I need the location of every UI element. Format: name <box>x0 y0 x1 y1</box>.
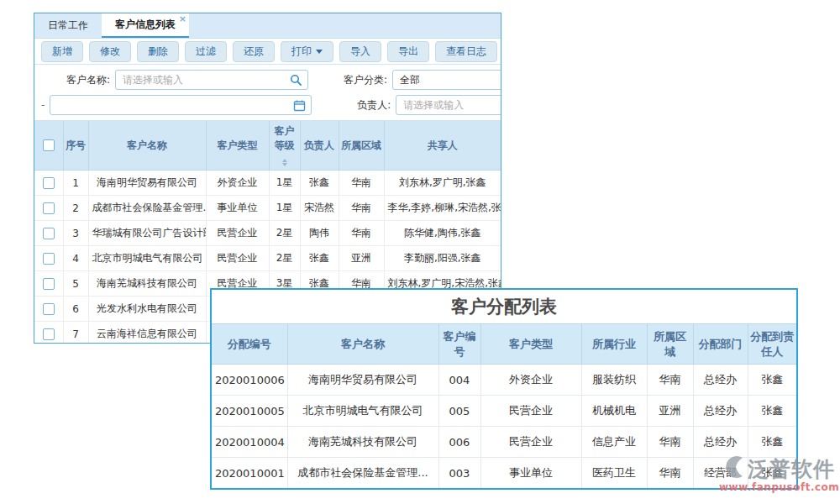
row-checkbox-cell <box>34 171 63 196</box>
name-cell[interactable]: 成都市社会保险基金管理... <box>88 196 206 221</box>
no-cell: 7 <box>63 322 88 344</box>
owner-cell[interactable]: 张鑫 <box>300 246 339 271</box>
no-cell: 1 <box>63 171 88 196</box>
allocation-table-header-row: 分配编号 客户名称 客户编号 客户类型 所属行业 所属区域 分配部门 分配到责任… <box>212 324 796 365</box>
name-cell[interactable]: 海南明华贸易有限公司 <box>88 171 206 196</box>
select-all-checkbox[interactable] <box>43 139 55 151</box>
row-checkbox[interactable] <box>43 303 55 315</box>
print-button-label: 打印 <box>291 45 312 59</box>
col-owner: 负责人 <box>300 121 339 171</box>
alloc_no-cell[interactable]: 2020010005 <box>212 396 287 427</box>
col-alloc-no: 分配编号 <box>212 324 287 365</box>
region-cell: 亚洲 <box>647 396 693 427</box>
tab-daily-work[interactable]: 日常工作 <box>34 13 102 38</box>
row-checkbox[interactable] <box>43 328 55 340</box>
close-icon[interactable]: × <box>179 15 186 24</box>
import-button[interactable]: 导入 <box>339 41 381 62</box>
name-cell[interactable]: 北京市明城电气有限公司 <box>287 396 438 427</box>
row-checkbox[interactable] <box>43 177 55 189</box>
delete-button[interactable]: 删除 <box>137 41 179 62</box>
allocation-table-row[interactable]: 2020010005 北京市明城电气有限公司 005 民营企业 机械机电 亚洲 … <box>212 396 796 427</box>
col-customer-name: 客户名称 <box>287 324 438 365</box>
row-checkbox-cell <box>34 322 63 344</box>
region-cell: 华南 <box>647 427 693 458</box>
customer-table-row[interactable]: 2 成都市社会保险基金管理... 事业单位 1星 宋浩然 华南 李华,李婷,柳琳… <box>34 196 501 221</box>
assignee-cell[interactable]: 张鑫 <box>748 396 796 427</box>
date-range-separator: - <box>41 99 45 111</box>
customer-table-row[interactable]: 3 华瑞城有限公司广告设计部 民营企业 2星 陶伟 华南 陈华健,陶伟,张鑫 <box>34 221 501 246</box>
col-customer-type: 客户类型 <box>206 121 269 171</box>
type-cell: 民营企业 <box>206 221 269 246</box>
tab-label: 客户信息列表 <box>115 18 176 32</box>
add-button[interactable]: 新增 <box>41 41 83 62</box>
alloc_no-cell[interactable]: 2020010004 <box>212 427 287 458</box>
alloc_no-cell[interactable]: 2020010006 <box>212 365 287 396</box>
col-customer-level[interactable]: 客户等级 <box>269 121 300 171</box>
row-checkbox[interactable] <box>43 253 55 265</box>
allocation-panel-title: 客户分配列表 <box>212 290 796 323</box>
restore-button[interactable]: 还原 <box>233 41 275 62</box>
dept-cell: 总经办 <box>693 427 748 458</box>
name-cell[interactable]: 云南海祥信息有限公司 <box>88 322 206 344</box>
chevron-down-icon <box>316 50 323 54</box>
date-field-wrap <box>50 95 312 115</box>
customer-table-row[interactable]: 1 海南明华贸易有限公司 外资企业 1星 张鑫 华南 刘东林,罗广明,张鑫 <box>34 171 501 196</box>
type-cell: 民营企业 <box>206 246 269 271</box>
col-customer-no: 客户编号 <box>438 324 480 365</box>
customer-category-select[interactable] <box>393 71 501 89</box>
col-region: 所属区域 <box>339 121 384 171</box>
allocation-table-row[interactable]: 2020010001 成都市社会保险基金管理... 003 事业单位 医药卫生 … <box>212 458 796 489</box>
filter-button[interactable]: 过滤 <box>185 41 227 62</box>
name-cell[interactable]: 海南芜城科技有限公司 <box>88 271 206 297</box>
row-checkbox-cell <box>34 196 63 221</box>
row-checkbox-cell <box>34 271 63 297</box>
owner-cell[interactable]: 陶伟 <box>300 221 339 246</box>
allocation-table-row[interactable]: 2020010006 海南明华贸易有限公司 004 外资企业 服装纺织 华南 总… <box>212 365 796 396</box>
type-cell: 外资企业 <box>206 171 269 196</box>
region-cell: 华南 <box>339 221 384 246</box>
cust_no-cell: 005 <box>438 396 480 427</box>
view-log-button[interactable]: 查看日志 <box>435 41 497 62</box>
customer-name-input[interactable] <box>116 71 307 89</box>
shared-cell: 李华,李婷,柳琳,宋浩然,张鑫 <box>384 196 501 221</box>
tab-customer-info-list[interactable]: 客户信息列表 × <box>102 13 189 38</box>
row-checkbox[interactable] <box>43 278 55 290</box>
col-customer-level-label: 客户等级 <box>275 125 295 151</box>
row-checkbox[interactable] <box>43 202 55 214</box>
search-icon[interactable] <box>290 74 302 90</box>
edit-button[interactable]: 修改 <box>89 41 131 62</box>
cust_no-cell: 004 <box>438 365 480 396</box>
assignee-cell[interactable]: 张鑫 <box>748 458 796 489</box>
customer-name-label: 客户名称: <box>56 73 110 87</box>
assignee-cell[interactable]: 张鑫 <box>748 365 796 396</box>
name-cell[interactable]: 北京市明城电气有限公司 <box>88 246 206 271</box>
name-cell[interactable]: 华瑞城有限公司广告设计部 <box>88 221 206 246</box>
name-cell[interactable]: 海南明华贸易有限公司 <box>287 365 438 396</box>
type-cell: 外资企业 <box>480 365 581 396</box>
owner-input[interactable] <box>396 96 501 114</box>
col-shared: 共享人 <box>384 121 501 171</box>
export-button[interactable]: 导出 <box>387 41 429 62</box>
industry-cell: 医药卫生 <box>581 458 647 489</box>
assignee-cell[interactable]: 张鑫 <box>748 427 796 458</box>
name-cell[interactable]: 光发水利水电有限公司 <box>88 297 206 322</box>
dept-cell: 总经办 <box>693 365 748 396</box>
owner-cell[interactable]: 张鑫 <box>300 171 339 196</box>
date-input[interactable] <box>50 96 311 114</box>
region-cell: 华南 <box>339 196 384 221</box>
cust_no-cell: 006 <box>438 427 480 458</box>
region-cell: 亚洲 <box>339 246 384 271</box>
select-all-cell <box>34 121 63 171</box>
name-cell[interactable]: 成都市社会保险基金管理... <box>287 458 438 489</box>
row-checkbox[interactable] <box>43 228 55 239</box>
calendar-icon[interactable] <box>293 99 306 115</box>
print-button[interactable]: 打印 <box>281 41 333 62</box>
customer-table-row[interactable]: 4 北京市明城电气有限公司 民营企业 2星 张鑫 亚洲 李勤丽,阳强,张鑫 <box>34 246 501 271</box>
allocation-table-row[interactable]: 2020010004 海南芜城科技有限公司 006 民营企业 信息产业 华南 总… <box>212 427 796 458</box>
owner-field-wrap <box>396 95 501 115</box>
name-cell[interactable]: 海南芜城科技有限公司 <box>287 427 438 458</box>
owner-cell[interactable]: 宋浩然 <box>300 196 339 221</box>
sort-icon[interactable] <box>282 159 287 166</box>
alloc_no-cell[interactable]: 2020010001 <box>212 458 287 489</box>
col-no: 序号 <box>63 121 88 171</box>
